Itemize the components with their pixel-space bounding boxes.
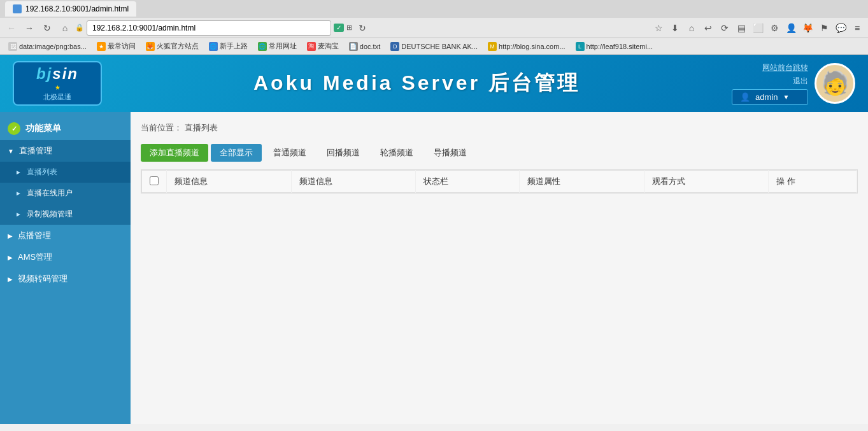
sub-arrow-icon-2: ► [15,190,22,197]
sidebar-item-vod[interactable]: ▶ 点播管理 [0,225,131,246]
browser-tab[interactable]: 192.168.2.10:9001/admin.html [5,1,136,17]
breadcrumb: 当前位置： 直播列表 [141,120,858,136]
grid-icon: ⊞ [346,24,352,32]
table-header-channel-attr: 频道属性 [519,171,644,193]
table-wrapper: 频道信息 频道信息 状态栏 频道属性 观看方式 操 作 [141,169,858,194]
content-area: 当前位置： 直播列表 添加直播频道 全部显示 普通频道 回播频道 轮播频道 导播… [131,112,868,424]
logo-subtitle: 北极星通 [43,92,71,102]
user-account-icon[interactable]: 👤 [784,21,798,35]
header-right: 网站前台跳转 退出 👤 admin ▼ 🧓 [732,62,855,105]
settings-icon[interactable]: ⚙ [767,21,781,35]
flag-icon[interactable]: ⚑ [817,21,831,35]
tab-guide-channel[interactable]: 导播频道 [425,144,476,162]
screenshot-icon[interactable]: ⬜ [751,21,765,35]
bookmark-blog[interactable]: M http://blog.sina.com... [483,41,570,52]
sidebar-ams-label: AMS管理 [18,251,52,263]
table-header-status: 状态栏 [416,171,520,193]
menu-check-icon: ✓ [8,122,20,135]
bookmark-deutsche-icon: D [390,42,399,51]
bookmark-firefox-icon: 🦊 [146,42,155,51]
bookmark-deutsche[interactable]: D DEUTSCHE BANK AK... [386,41,482,52]
browser-toolbar: ← → ↻ ⌂ 🔒 ✓ ⊞ ↻ ☆ ⬇ ⌂ ↩ ⟳ ▤ ⬜ ⚙ 👤 🦊 ⚑ 💬 … [0,18,868,38]
tab-replay-channel[interactable]: 回播频道 [318,144,369,162]
select-all-checkbox[interactable] [150,176,159,185]
bookmark-leaf-label: http://leaf918.sitemi... [587,43,653,50]
bookmark-taobao[interactable]: 淘 麦淘宝 [302,40,343,52]
admin-dropdown[interactable]: 👤 admin ▼ [732,89,808,105]
bookmark-newbie-label: 新手上路 [220,41,248,51]
bookmark-screenshot-icon: 🖼 [8,42,17,51]
breadcrumb-current: 直播列表 [185,123,218,132]
expand-icon: ▼ [8,148,14,155]
bookmark-doc-label: doc.txt [360,43,380,50]
sub-arrow-icon: ► [15,169,22,176]
bookmark-frequently[interactable]: ★ 最常访问 [92,40,140,52]
fox-icon[interactable]: 🦊 [800,21,815,35]
breadcrumb-prefix: 当前位置： [141,123,182,132]
bookmark-doc-icon: 📄 [349,42,358,51]
add-live-channel-button[interactable]: 添加直播频道 [141,144,208,162]
sidebar-transcode-label: 视频转码管理 [18,273,68,285]
refresh-button[interactable]: ↻ [39,20,55,36]
bookmarks-bar: 🖼 data:image/png:bas... ★ 最常访问 🦊 火狐官方站点 … [0,38,868,55]
bookmark-frequently-label: 最常访问 [108,41,136,51]
bookmark-common[interactable]: 🌐 常用网址 [253,40,301,52]
table-header-operation: 操 作 [769,171,857,193]
security-icon: 🔒 [75,24,84,32]
sidebar-menu-title: 功能菜单 [25,123,61,134]
download-icon[interactable]: ⬇ [668,21,682,35]
bookmark-star-icon[interactable]: ☆ [651,21,665,35]
sync-icon[interactable]: ⟳ [718,21,732,35]
back-button[interactable]: ← [4,20,19,36]
show-all-button[interactable]: 全部显示 [211,144,262,162]
sidebar-item-live-list[interactable]: ► 直播列表 [0,162,131,183]
shield-verify-icon: ✓ [334,24,344,32]
forward-button[interactable]: → [22,20,37,36]
bookmark-common-label: 常用网址 [269,41,297,51]
bookmark-deutsche-label: DEUTSCHE BANK AK... [401,43,478,50]
sidebar-item-transcode[interactable]: ▶ 视频转码管理 [0,268,131,290]
tab-title: 192.168.2.10:9001/admin.html [25,4,129,13]
house-icon[interactable]: ⌂ [685,21,699,35]
bookmark-leaf[interactable]: L http://leaf918.sitemi... [571,41,658,52]
reload-button[interactable]: ↻ [355,20,370,36]
sidebar-item-live-label: 直播管理 [19,145,52,157]
back-arrow-icon[interactable]: ↩ [701,21,715,35]
main-layout: ✓ 功能菜单 ▼ 直播管理 ► 直播列表 ► 直播在线用户 ► [0,112,868,424]
tab-normal-channel[interactable]: 普通频道 [264,144,315,162]
expand-icon-vod: ▶ [8,232,13,239]
user-icon: 👤 [740,92,750,102]
tab-loop-channel[interactable]: 轮播频道 [371,144,422,162]
menu-icon[interactable]: ≡ [850,21,864,35]
sidebar-item-ams[interactable]: ▶ AMS管理 [0,246,131,268]
logout-link[interactable]: 退出 [793,76,808,87]
dropdown-arrow-icon: ▼ [783,94,789,101]
logo-text: bjsin [36,65,78,83]
table-header-checkbox [142,171,167,193]
avatar-image: 🧓 [821,70,850,97]
sidebar-item-live[interactable]: ▼ 直播管理 [0,140,131,162]
table-header-row: 频道信息 频道信息 状态栏 频道属性 观看方式 操 作 [142,171,857,193]
bookmark-screenshot[interactable]: 🖼 data:image/png:bas... [4,41,91,52]
site-link[interactable]: 网站前台跳转 [762,62,808,73]
bookmark-taobao-icon: 淘 [307,42,316,51]
bookmark-firefox[interactable]: 🦊 火狐官方站点 [141,40,203,52]
bookmark-doc[interactable]: 📄 doc.txt [345,41,385,52]
sidebar-menu-header: ✓ 功能菜单 [0,117,131,140]
table-header-channel-info-1: 频道信息 [167,171,292,193]
bookmark-taobao-label: 麦淘宝 [318,41,339,51]
address-bar[interactable] [87,20,331,36]
sidebar-icon[interactable]: ▤ [734,21,748,35]
header-actions: 网站前台跳转 退出 👤 admin ▼ [732,62,808,105]
logo-area: bjsin ★ 北极星通 [13,61,102,106]
bookmark-newbie-icon: 🌐 [209,42,218,51]
sidebar-item-live-users[interactable]: ► 直播在线用户 [0,183,131,204]
bookmark-firefox-label: 火狐官方站点 [157,41,199,51]
home-button[interactable]: ⌂ [57,20,73,36]
sidebar-item-record[interactable]: ► 录制视频管理 [0,204,131,225]
bookmark-newbie[interactable]: 🌐 新手上路 [204,40,252,52]
chat-icon[interactable]: 💬 [834,21,848,35]
bookmark-screenshot-label: data:image/png:bas... [19,43,87,50]
bookmark-frequently-icon: ★ [97,42,106,51]
expand-icon-transcode: ▶ [8,276,13,283]
